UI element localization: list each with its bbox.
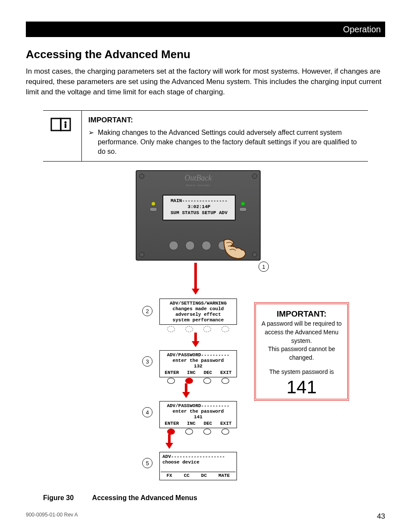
diagram: OutBack Power Systems MAIN--------------…	[26, 170, 385, 489]
lcd-line: ADV/PASSWORD----------	[161, 352, 236, 358]
lcd-line: 3:02:14P	[164, 204, 234, 210]
device-lcd: MAIN---------------- 3:02:14P SUM STATUS…	[162, 195, 236, 221]
lcd-line: adversely effect	[161, 312, 236, 317]
softkey-label: DC	[201, 473, 207, 479]
step-1-label: 1	[258, 261, 269, 272]
lcd-screen-5: ADV------------------- choose device FX …	[159, 452, 237, 480]
important-heading: IMPORTANT:	[88, 115, 361, 125]
lcd-line: 141	[161, 414, 236, 420]
softkey-label: FX	[166, 473, 172, 479]
softkey-inc	[185, 378, 193, 384]
device-logo: OutBack Power Systems	[137, 171, 260, 188]
lcd-line: enter the password	[161, 358, 236, 364]
arrow-down-icon	[193, 333, 199, 347]
intro-paragraph: In most cases, the charging parameters s…	[26, 66, 385, 97]
figure-caption: Figure 30 Accessing the Advanced Menus	[43, 493, 385, 503]
softkey	[203, 326, 211, 332]
status-led-left	[152, 202, 155, 205]
screw-icon	[139, 174, 144, 179]
softkey-inc	[185, 429, 193, 435]
callout-heading: IMPORTANT:	[259, 308, 344, 320]
svg-rect-0	[51, 118, 61, 131]
lcd-screen-3: ADV/PASSWORD---------- enter the passwor…	[159, 350, 237, 377]
status-led-right	[241, 202, 245, 205]
manual-icon	[43, 111, 82, 161]
step-3-label: 3	[142, 356, 153, 367]
important-body: Making changes to the Advanced Settings …	[88, 128, 361, 157]
lcd-line: changes made could	[161, 306, 236, 312]
softkey-dec	[203, 429, 211, 435]
softkey-enter	[167, 378, 175, 384]
system-password: 141	[259, 378, 344, 396]
softkey-label: MATE	[218, 473, 230, 479]
svg-rect-3	[65, 124, 66, 128]
lcd-screen-4: ADV/PASSWORD---------- enter the passwor…	[159, 401, 237, 428]
page-footer: 900-0095-01-00 Rev A 43	[26, 511, 385, 522]
arrow-down-icon	[193, 263, 199, 295]
softkey-label: CC	[184, 473, 190, 479]
step-4-label: 4	[142, 407, 153, 417]
svg-point-2	[64, 121, 66, 123]
page-title: Accessing the Advanced Menu	[26, 47, 385, 62]
lcd-line: ADV/SETTINGS/WARNING	[161, 301, 236, 306]
softkey-enter	[167, 429, 175, 435]
password-callout: IMPORTANT: A password will be required t…	[254, 302, 349, 401]
lcd-line: enter the password	[161, 409, 236, 414]
section-header: Operation	[26, 22, 385, 37]
lcd-line: choose device	[161, 460, 236, 465]
lcd-line: 132	[161, 364, 236, 369]
lcd-screen-2: ADV/SETTINGS/WARNING changes made could …	[159, 299, 237, 325]
step-2-label: 2	[142, 306, 153, 316]
lcd-line: system performance	[161, 317, 236, 323]
side-button-right	[239, 207, 247, 212]
softkey-row	[159, 375, 237, 384]
softkey	[202, 241, 211, 250]
softkey-row	[159, 426, 237, 435]
doc-number: 900-0095-01-00 Rev A	[26, 511, 78, 522]
callout-line: A password will be required to access th…	[259, 320, 344, 345]
lcd-line: MAIN----------------	[164, 198, 234, 204]
figure-number: Figure 30	[43, 493, 90, 503]
page-number: 43	[377, 511, 385, 522]
figure-title: Accessing the Advanced Menus	[92, 494, 197, 501]
softkey	[221, 326, 229, 332]
callout-line: This password cannot be changed.	[259, 345, 344, 362]
screw-icon	[252, 252, 257, 257]
side-button-left	[149, 207, 157, 212]
pointing-hand-icon	[222, 237, 248, 261]
callout-line: The system password is	[259, 368, 344, 376]
arrow-down-icon	[166, 434, 172, 449]
lcd-line: ADV-------------------	[161, 454, 236, 460]
step-5-label: 5	[142, 458, 153, 468]
screw-icon	[252, 174, 257, 179]
softkey-exit	[221, 378, 229, 384]
softkey-row	[159, 324, 237, 332]
softkey	[169, 241, 178, 250]
softkey	[185, 241, 195, 250]
softkey	[167, 326, 175, 332]
softkey	[185, 326, 193, 332]
lcd-line: SUM STATUS SETUP ADV	[164, 210, 234, 216]
arrow-down-icon	[183, 383, 189, 398]
lcd-line: ADV/PASSWORD----------	[161, 403, 236, 409]
screw-icon	[139, 252, 144, 257]
softkey-exit	[221, 429, 229, 435]
softkey-dec	[203, 378, 211, 384]
important-callout: IMPORTANT: Making changes to the Advance…	[43, 110, 368, 162]
